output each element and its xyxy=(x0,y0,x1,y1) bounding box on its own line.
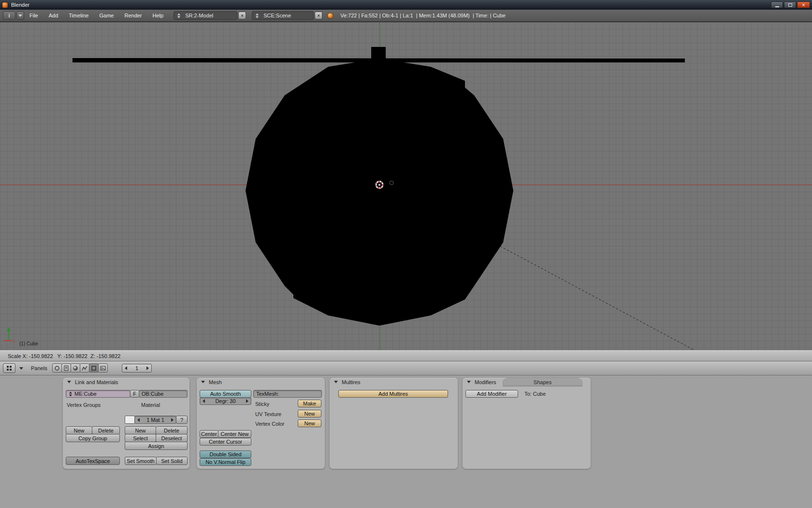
uv-texture-label: UV Texture xyxy=(255,411,281,417)
object-context-button[interactable] xyxy=(80,363,89,373)
label: Select xyxy=(133,435,148,441)
material-index-stepper[interactable]: 1 Mat 1 xyxy=(134,416,176,424)
auto-smooth-toggle[interactable]: Auto Smooth xyxy=(200,390,251,398)
window-type-info-button[interactable]: i xyxy=(3,11,15,20)
add-modifier-button[interactable]: Add Modifier xyxy=(465,390,518,398)
panel-collapse-icon[interactable] xyxy=(467,381,471,383)
menu-add[interactable]: Add xyxy=(44,13,64,18)
modifiers-panel: Shapes Modifiers Add Modifier To: Cube xyxy=(463,378,591,469)
blender-logo-icon xyxy=(2,2,8,8)
autotexspace-button[interactable]: AutoTexSpace xyxy=(66,457,120,465)
vertex-color-label: Vertex Color xyxy=(255,421,285,427)
sticky-make-button[interactable]: Make xyxy=(298,400,321,407)
screen-close-button[interactable]: × xyxy=(238,12,246,19)
panel-title: Mesh xyxy=(209,379,222,385)
help-label: ? xyxy=(180,417,183,423)
mesh-datablock-field[interactable]: ME:Cube xyxy=(66,390,130,398)
vertex-groups-label: Vertex Groups xyxy=(67,402,101,408)
mesh-datablock-name: ME:Cube xyxy=(74,391,97,397)
center-button[interactable]: Center xyxy=(200,430,218,438)
fake-user-button[interactable]: F xyxy=(130,390,139,398)
label: Set Smooth xyxy=(127,458,154,464)
scene-context-button[interactable] xyxy=(98,363,108,373)
scene-close-button[interactable]: × xyxy=(315,12,322,19)
blender-window: Blender × i File Add Timeline Game Rende… xyxy=(0,0,812,508)
editing-context-button[interactable] xyxy=(89,363,99,373)
axis-widget: x xyxy=(4,327,15,344)
label: New xyxy=(73,428,84,433)
select-button[interactable]: Select xyxy=(125,434,156,442)
deselect-button[interactable]: Deselect xyxy=(156,434,188,442)
copy-group-button[interactable]: Copy Group xyxy=(66,434,120,442)
menu-file[interactable]: File xyxy=(24,13,44,18)
scene-selector[interactable]: SCE:Scene xyxy=(252,11,314,20)
screen-selector[interactable]: SR:2-Model xyxy=(174,11,237,20)
menu-render[interactable]: Render xyxy=(119,13,147,18)
vertex-color-new-button[interactable]: New xyxy=(298,419,321,427)
vgroup-new-button[interactable]: New xyxy=(66,426,92,434)
browse-icon[interactable] xyxy=(69,391,72,397)
panel-collapse-icon[interactable] xyxy=(334,381,338,383)
material-help-button[interactable]: ? xyxy=(176,416,188,424)
menu-help[interactable]: Help xyxy=(147,13,169,18)
window-type-button[interactable] xyxy=(3,363,15,373)
maximize-icon xyxy=(788,3,792,7)
material-delete-button[interactable]: Delete xyxy=(156,426,188,434)
material-new-button[interactable]: New xyxy=(125,426,156,434)
close-button[interactable]: × xyxy=(797,1,810,8)
material-color-swatch[interactable] xyxy=(125,416,135,424)
window-title: Blender xyxy=(11,2,29,8)
set-smooth-button[interactable]: Set Smooth xyxy=(125,457,157,465)
mesh-panel: Mesh Auto Smooth TexMesh: Degr: 30 Stick… xyxy=(197,378,325,469)
degr-stepper[interactable]: Degr: 30 xyxy=(200,397,251,405)
panels-menu[interactable]: Panels xyxy=(31,365,47,371)
decrement-arrow-icon[interactable] xyxy=(203,399,205,403)
label: No V.Normal Flip xyxy=(205,459,246,465)
chevron-down-icon[interactable] xyxy=(19,367,23,370)
menu-game[interactable]: Game xyxy=(94,13,119,18)
render-engine-icon xyxy=(327,13,334,19)
titlebar: Blender × xyxy=(0,0,812,10)
vgroup-delete-button[interactable]: Delete xyxy=(92,426,120,434)
assign-button[interactable]: Assign xyxy=(125,442,188,450)
panel-collapse-icon[interactable] xyxy=(67,381,71,383)
label: Deselect xyxy=(161,435,182,441)
set-solid-button[interactable]: Set Solid xyxy=(156,457,188,465)
material-index-value: 1 Mat 1 xyxy=(146,417,164,423)
active-object-label: (1) Cube xyxy=(19,341,38,346)
link-and-materials-panel: Link and Materials ME:Cube F OB:Cube Ver… xyxy=(63,378,189,469)
tab-shapes[interactable]: Shapes xyxy=(503,378,582,387)
menu-timeline[interactable]: Timeline xyxy=(63,13,94,18)
increment-arrow-icon[interactable] xyxy=(146,366,149,370)
decrement-arrow-icon[interactable] xyxy=(125,366,127,370)
sphere-silhouette[interactable] xyxy=(246,59,513,326)
panel-title: Multires xyxy=(342,379,361,385)
label: New xyxy=(304,420,315,426)
panel-collapse-icon[interactable] xyxy=(201,381,205,383)
texmesh-field[interactable]: TexMesh: xyxy=(253,390,322,398)
increment-arrow-icon[interactable] xyxy=(246,399,248,403)
scene-statistics: Ve:722 | Fa:552 | Ob:4-1 | La:1 | Mem:1.… xyxy=(340,13,506,18)
axis-x-label: x xyxy=(13,339,15,344)
center-new-button[interactable]: Center New xyxy=(218,430,251,438)
add-multires-button[interactable]: Add Multires xyxy=(338,390,448,398)
3d-viewport[interactable]: x (1) Cube xyxy=(0,22,812,350)
center-cursor-button[interactable]: Center Cursor xyxy=(200,438,251,446)
increment-arrow-icon[interactable] xyxy=(171,418,174,422)
double-sided-toggle[interactable]: Double Sided xyxy=(200,450,251,458)
logic-icon xyxy=(54,365,60,371)
frame-number-stepper[interactable]: 1 xyxy=(122,364,152,373)
object-name-field[interactable]: OB:Cube xyxy=(139,390,188,398)
shading-context-button[interactable] xyxy=(71,363,80,373)
header-collapse-button[interactable] xyxy=(16,11,24,20)
minimize-button[interactable] xyxy=(771,1,783,8)
maximize-button[interactable] xyxy=(784,1,796,8)
label: Center Cursor xyxy=(209,439,242,445)
no-vnormal-flip-toggle[interactable]: No V.Normal Flip xyxy=(200,458,251,466)
script-context-button[interactable] xyxy=(61,363,71,373)
label: New xyxy=(135,428,145,433)
logic-context-button[interactable] xyxy=(52,363,62,373)
decrement-arrow-icon[interactable] xyxy=(137,418,140,422)
uv-texture-new-button[interactable]: New xyxy=(298,410,321,418)
tab-modifiers[interactable]: Modifiers xyxy=(475,379,496,385)
